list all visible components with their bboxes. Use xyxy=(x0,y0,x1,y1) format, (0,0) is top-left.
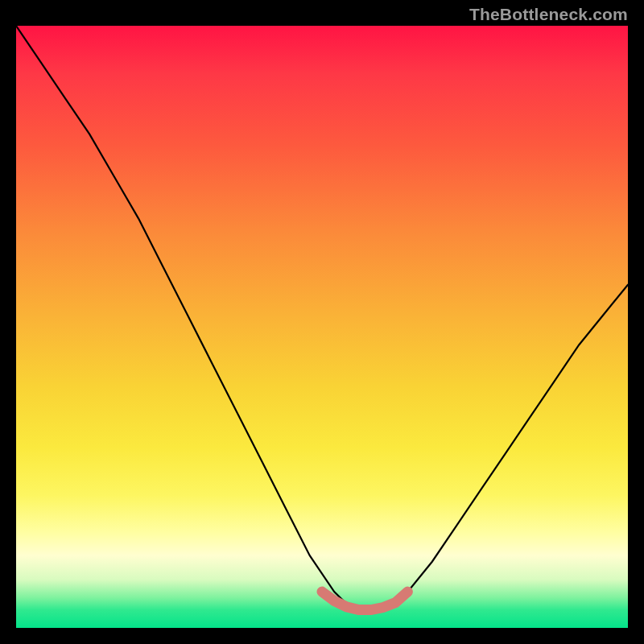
valley-highlight xyxy=(322,592,407,609)
curve-layer xyxy=(16,26,628,628)
main-curve xyxy=(16,26,628,610)
watermark-text: TheBottleneck.com xyxy=(469,5,628,24)
chart-frame: TheBottleneck.com xyxy=(0,0,644,644)
